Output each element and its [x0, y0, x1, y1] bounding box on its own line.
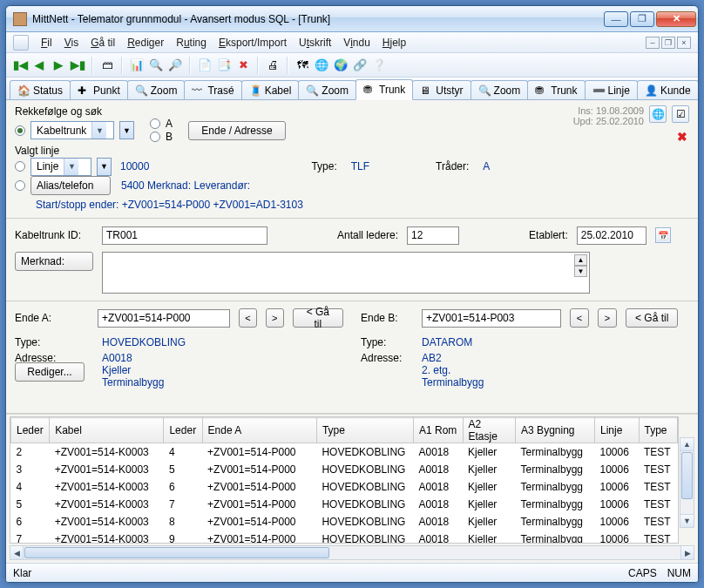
- col-header[interactable]: Linje: [595, 418, 640, 443]
- help-icon[interactable]: ❔: [370, 57, 388, 74]
- etablert-input[interactable]: 25.02.2010: [577, 226, 646, 245]
- ende-a-prev[interactable]: <: [239, 308, 257, 328]
- map-icon[interactable]: 🗺: [294, 57, 311, 74]
- print-icon[interactable]: 🖨: [264, 57, 281, 74]
- clear-icon[interactable]: ✖: [677, 130, 687, 144]
- spin-down-icon[interactable]: ▼: [574, 266, 587, 277]
- scroll-down-icon[interactable]: ▼: [680, 514, 694, 527]
- spin-up-icon[interactable]: ▲: [574, 254, 587, 266]
- tab-punkt-1[interactable]: ✚Punkt: [70, 80, 128, 99]
- radio-b[interactable]: [150, 132, 160, 142]
- col-header[interactable]: A3 Bygning: [516, 418, 595, 443]
- menu-hjelp[interactable]: Hjelp: [382, 37, 406, 49]
- radio-alias[interactable]: [15, 180, 25, 191]
- ende-b-input[interactable]: +ZV001=514-P003: [422, 309, 561, 328]
- merknad-button[interactable]: Merknad:: [15, 252, 93, 271]
- col-header[interactable]: Leder: [164, 418, 202, 443]
- mdi-restore[interactable]: ❐: [661, 37, 675, 49]
- combo-kabeltrunk-extra[interactable]: ▼: [119, 121, 134, 139]
- nav-prev-icon[interactable]: ◀: [30, 57, 48, 74]
- globe2-icon[interactable]: 🌍: [332, 57, 349, 74]
- merknad-textarea[interactable]: ▲▼: [102, 252, 590, 294]
- table-row[interactable]: 5+ZV001=514-K00037+ZV001=514-P000HOVEDKO…: [11, 496, 678, 513]
- close-button[interactable]: ✕: [656, 11, 696, 27]
- col-header[interactable]: Type: [639, 418, 678, 443]
- tab-zoom-8[interactable]: 🔍Zoom: [470, 80, 529, 99]
- mdi-minimize[interactable]: –: [646, 37, 660, 49]
- nav-last-icon[interactable]: ▶▮: [69, 57, 86, 74]
- horizontal-scrollbar[interactable]: ◀ ▶: [10, 545, 694, 560]
- copy-icon[interactable]: 📑: [215, 57, 233, 74]
- check-small-icon[interactable]: ☑: [672, 105, 689, 123]
- nav-first-icon[interactable]: ▮◀: [11, 57, 29, 74]
- menu-rediger[interactable]: Rediger: [127, 37, 164, 49]
- titlebar[interactable]: MittNett - Telemator grunnmodul - Avanse…: [6, 6, 698, 32]
- tab-kunde-11[interactable]: 👤Kunde: [637, 80, 699, 99]
- table-row[interactable]: 6+ZV001=514-K00038+ZV001=514-P000HOVEDKO…: [11, 513, 678, 531]
- mdi-close[interactable]: ×: [677, 37, 691, 49]
- scroll-left-icon[interactable]: ◀: [10, 546, 24, 559]
- scroll-up-icon[interactable]: ▲: [680, 438, 694, 451]
- menu-vis[interactable]: Vis: [64, 37, 78, 49]
- globe-small-icon[interactable]: 🌐: [649, 105, 667, 123]
- scroll-thumb[interactable]: [681, 452, 693, 499]
- table-row[interactable]: 4+ZV001=514-K00036+ZV001=514-P000HOVEDKO…: [11, 478, 678, 496]
- tab-zoom-2[interactable]: 🔍Zoom: [127, 80, 186, 99]
- tab-utstyr-7[interactable]: 🖥Utstyr: [412, 80, 470, 99]
- radio-kabeltrunk[interactable]: [15, 125, 25, 136]
- ende-b-next[interactable]: >: [598, 308, 617, 328]
- scroll-right-icon[interactable]: ▶: [680, 546, 694, 559]
- new-icon[interactable]: 📄: [196, 57, 213, 74]
- tab-zoom-5[interactable]: 🔍Zoom: [298, 80, 356, 99]
- toolbar-btn-2[interactable]: 📊: [128, 57, 146, 74]
- menu-vindu[interactable]: Vindu: [343, 37, 370, 49]
- tab-trunk-9[interactable]: ⛃Trunk: [527, 80, 585, 99]
- ende-a-next[interactable]: >: [266, 308, 284, 328]
- col-header[interactable]: Kabel: [50, 418, 164, 443]
- radio-linje[interactable]: [15, 161, 25, 172]
- vertical-scrollbar[interactable]: ▲ ▼: [680, 437, 694, 528]
- kabeltrunk-id-input[interactable]: TR001: [102, 226, 267, 245]
- maximize-button[interactable]: ❐: [630, 11, 654, 27]
- link-icon[interactable]: 🔗: [351, 57, 369, 74]
- ende-b-goto[interactable]: < Gå til: [626, 308, 678, 328]
- data-table[interactable]: LederKabelLederEnde ATypeA1 RomA2 Etasje…: [10, 417, 678, 544]
- tab-trasé-3[interactable]: 〰Trasé: [184, 80, 241, 99]
- delete-icon[interactable]: ✖: [234, 57, 252, 74]
- ende-adresse-button[interactable]: Ende / Adresse: [188, 121, 286, 140]
- ende-a-goto[interactable]: < Gå til: [293, 308, 343, 328]
- tab-trunk-6[interactable]: ⛃Trunk: [355, 79, 413, 100]
- combo-linje-extra[interactable]: ▼: [97, 158, 112, 176]
- radio-a[interactable]: [150, 118, 160, 129]
- menu-fil[interactable]: Fil: [41, 37, 52, 49]
- hscroll-thumb[interactable]: [24, 547, 329, 558]
- alias-button[interactable]: Alias/telefon: [30, 176, 111, 195]
- globe1-icon[interactable]: 🌐: [313, 57, 330, 74]
- combo-linje[interactable]: Linje▼: [30, 158, 91, 176]
- rediger-button[interactable]: Rediger...: [15, 362, 85, 382]
- menu-eksport[interactable]: Eksport/Import: [219, 37, 287, 49]
- menu-gatil[interactable]: Gå til: [91, 37, 115, 49]
- zoom-in-icon[interactable]: 🔍: [147, 57, 165, 74]
- antall-input[interactable]: 12: [407, 226, 459, 245]
- tab-linje-10[interactable]: ➖Linje: [585, 80, 638, 99]
- tab-status-0[interactable]: 🏠Status: [10, 80, 71, 99]
- col-header[interactable]: Ende A: [202, 418, 316, 443]
- nav-next-icon[interactable]: ▶: [50, 57, 67, 74]
- ende-b-prev[interactable]: <: [570, 308, 589, 328]
- col-header[interactable]: Leder: [11, 418, 50, 443]
- table-row[interactable]: 2+ZV001=514-K00034+ZV001=514-P000HOVEDKO…: [11, 443, 678, 462]
- combo-kabeltrunk[interactable]: Kabeltrunk▼: [30, 121, 114, 139]
- ende-a-input[interactable]: +ZV001=514-P000: [98, 309, 230, 328]
- menu-utskrift[interactable]: Utskrift: [299, 37, 331, 49]
- zoom-out-icon[interactable]: 🔎: [166, 57, 184, 74]
- system-menu-icon[interactable]: [13, 35, 29, 51]
- col-header[interactable]: A2 Etasje: [463, 418, 516, 443]
- calendar-icon[interactable]: 📅: [655, 227, 671, 243]
- col-header[interactable]: A1 Rom: [413, 418, 463, 443]
- minimize-button[interactable]: —: [604, 11, 628, 27]
- table-row[interactable]: 7+ZV001=514-K00039+ZV001=514-P000HOVEDKO…: [11, 531, 678, 544]
- col-header[interactable]: Type: [316, 418, 413, 443]
- menu-ruting[interactable]: Ruting: [176, 37, 206, 49]
- table-row[interactable]: 3+ZV001=514-K00035+ZV001=514-P000HOVEDKO…: [11, 461, 678, 478]
